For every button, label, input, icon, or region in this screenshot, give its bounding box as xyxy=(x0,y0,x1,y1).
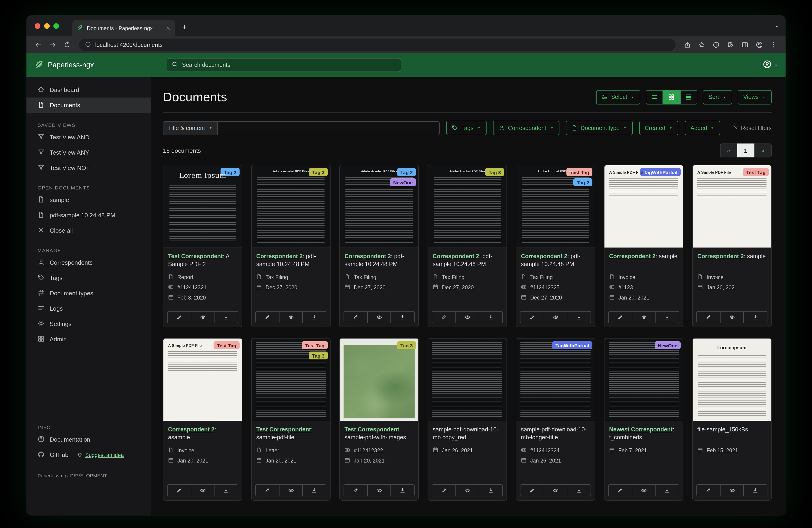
document-card[interactable]: Lorem IpsumTag 2Test Correspondent: A Sa… xyxy=(163,165,242,327)
download-button[interactable] xyxy=(744,484,767,496)
view-button[interactable] xyxy=(720,484,744,496)
sidebar-item-dashboard[interactable]: Dashboard xyxy=(27,82,151,98)
document-thumbnail[interactable]: TagWithPartial xyxy=(516,339,595,421)
download-button[interactable] xyxy=(744,311,767,323)
correspondent-link[interactable]: Correspondent 2 xyxy=(521,253,567,260)
edit-button[interactable] xyxy=(432,311,456,323)
sidebar-item-settings[interactable]: Settings xyxy=(27,316,151,331)
new-tab-button[interactable] xyxy=(182,24,188,32)
next-page-button[interactable]: » xyxy=(754,143,772,157)
download-button[interactable] xyxy=(568,484,591,496)
edit-button[interactable] xyxy=(344,484,367,496)
download-button[interactable] xyxy=(215,484,238,496)
tag-badge[interactable]: Tag 3 xyxy=(397,341,416,349)
edit-button[interactable] xyxy=(608,311,632,323)
correspondent-link[interactable]: Newest Correspondent xyxy=(609,426,673,433)
sidebar-item-documents[interactable]: Documents xyxy=(27,98,151,113)
document-thumbnail[interactable]: Test TagTag 3 xyxy=(252,339,330,421)
minimize-window-button[interactable] xyxy=(44,23,50,29)
tag-badge[interactable]: Tag 3 xyxy=(309,352,328,359)
correspondent-link[interactable]: Correspondent 2 xyxy=(609,253,655,260)
document-card[interactable]: Test TagTag 3Test Correspondent: sample-… xyxy=(251,338,331,501)
list-view-button[interactable] xyxy=(646,90,663,104)
sort-button[interactable]: Sort xyxy=(703,90,732,104)
download-button[interactable] xyxy=(391,311,415,323)
view-button[interactable] xyxy=(632,484,655,496)
sidebar-item-documentation[interactable]: Documentation xyxy=(27,432,151,447)
profile-avatar-icon[interactable] xyxy=(753,39,766,51)
tags-filter-button[interactable]: Tags xyxy=(446,121,487,135)
download-button[interactable] xyxy=(568,311,591,323)
sidebar-item-document-types[interactable]: Document types xyxy=(27,286,151,301)
correspondent-link[interactable]: Test Correspondent xyxy=(168,253,223,260)
created-filter-button[interactable]: Created xyxy=(639,121,678,135)
document-thumbnail[interactable]: A Simple PDF FileTest Tag xyxy=(163,339,242,421)
view-button[interactable] xyxy=(456,484,479,496)
sidebar-item-tags[interactable]: Tags xyxy=(27,270,151,286)
suggest-idea-link[interactable]: Suggest an idea xyxy=(77,452,124,458)
close-tab-icon[interactable] xyxy=(166,24,170,32)
sidebar-item-admin[interactable]: Admin xyxy=(27,331,151,347)
edit-button[interactable] xyxy=(255,484,279,496)
document-thumbnail[interactable]: Lorem ipsum xyxy=(693,339,771,421)
download-button[interactable] xyxy=(656,484,679,496)
document-card[interactable]: Adobe Acrobat PDF FilesTag 2NewOneCorres… xyxy=(339,165,419,327)
view-button[interactable] xyxy=(544,484,567,496)
edit-button[interactable] xyxy=(520,311,544,323)
side-panel-icon[interactable] xyxy=(739,39,751,51)
document-card[interactable]: Adobe Acrobat PDF FilesTag 3Corresponden… xyxy=(251,165,331,327)
view-button[interactable] xyxy=(367,311,391,323)
browser-tab[interactable]: Documents - Paperless-ngx xyxy=(72,20,175,36)
edit-button[interactable] xyxy=(696,311,720,323)
document-thumbnail[interactable]: Adobe Acrobat PDF FilesTest TagTag 2 xyxy=(516,165,595,248)
correspondent-filter-button[interactable]: Correspondent xyxy=(493,121,559,135)
download-button[interactable] xyxy=(215,311,238,323)
title-content-input[interactable] xyxy=(218,121,440,135)
view-button[interactable] xyxy=(191,484,215,496)
current-page-button[interactable]: 1 xyxy=(737,143,754,157)
download-button[interactable] xyxy=(479,311,503,323)
tag-badge[interactable]: Test Tag xyxy=(302,341,328,349)
address-bar[interactable]: localhost:4200/documents xyxy=(79,39,676,51)
edit-button[interactable] xyxy=(167,484,191,496)
document-thumbnail[interactable]: A Simple PDF FileTagWithPartial xyxy=(605,165,683,248)
download-button[interactable] xyxy=(303,311,327,323)
view-button[interactable] xyxy=(279,484,303,496)
search-input[interactable] xyxy=(182,62,396,68)
select-button[interactable]: Select xyxy=(596,90,640,104)
views-button[interactable]: Views xyxy=(738,90,772,104)
view-button[interactable] xyxy=(632,311,655,323)
edit-button[interactable] xyxy=(255,311,279,323)
view-button[interactable] xyxy=(279,311,303,323)
document-card[interactable]: Adobe Acrobat PDF FilesTest TagTag 2Corr… xyxy=(516,165,595,327)
view-button[interactable] xyxy=(544,311,567,323)
tag-badge[interactable]: NewOne xyxy=(390,178,416,186)
download-button[interactable] xyxy=(479,484,503,496)
view-button[interactable] xyxy=(456,311,479,323)
sidebar-item-correspondents[interactable]: Correspondents xyxy=(27,255,151,270)
correspondent-link[interactable]: Correspondent 2 xyxy=(345,253,391,260)
tag-badge[interactable]: NewOne xyxy=(655,341,681,349)
correspondent-link[interactable]: Correspondent 2 xyxy=(433,253,479,260)
correspondent-link[interactable]: Correspondent 2 xyxy=(168,426,215,433)
correspondent-link[interactable]: Test Correspondent xyxy=(345,426,399,433)
status-circle-icon[interactable] xyxy=(710,39,722,51)
user-menu[interactable] xyxy=(763,60,778,70)
document-thumbnail[interactable]: Adobe Acrobat PDF FilesTag 3 xyxy=(428,165,507,248)
correspondent-link[interactable]: Correspondent 2 xyxy=(256,253,303,260)
sidebar-item-logs[interactable]: Logs xyxy=(27,301,151,316)
view-button[interactable] xyxy=(367,484,391,496)
detail-view-button[interactable] xyxy=(680,90,697,104)
correspondent-link[interactable]: Test Correspondent xyxy=(256,426,311,433)
prev-page-button[interactable]: « xyxy=(720,143,737,157)
document-type-filter-button[interactable]: Document type xyxy=(566,121,633,135)
document-card[interactable]: Adobe Acrobat PDF FilesTag 3Corresponden… xyxy=(427,165,507,327)
sidebar-item-close-all[interactable]: Close all xyxy=(27,223,151,238)
view-button[interactable] xyxy=(191,311,215,323)
document-card[interactable]: TagWithPartialsample-pdf-download-10-mb-… xyxy=(516,338,595,501)
edit-button[interactable] xyxy=(432,484,456,496)
back-icon[interactable] xyxy=(32,39,45,51)
zoom-window-button[interactable] xyxy=(53,23,59,29)
view-button[interactable] xyxy=(720,311,744,323)
tag-badge[interactable]: Tag 2 xyxy=(574,178,592,186)
